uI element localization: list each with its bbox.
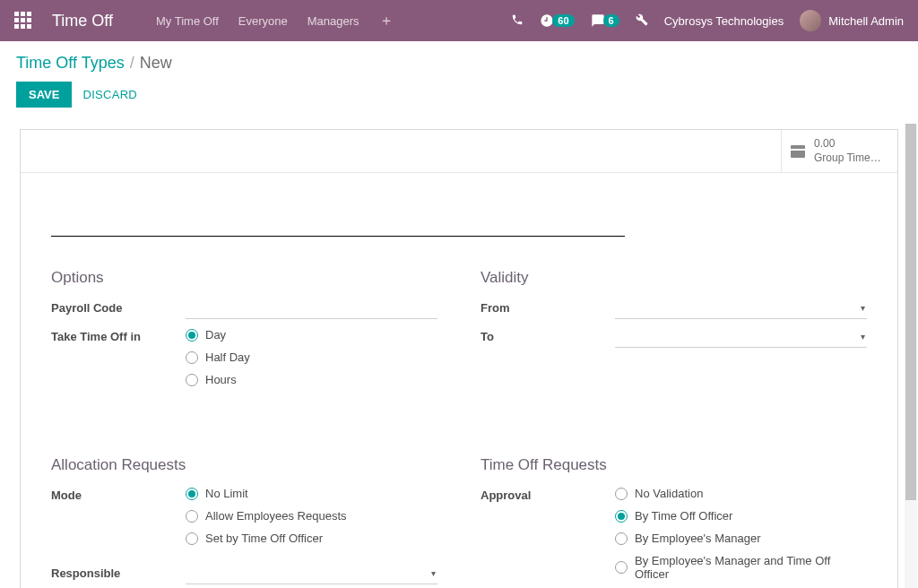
avatar [800, 10, 821, 31]
payroll-code-input[interactable] [186, 298, 437, 319]
radio-no-limit[interactable]: No Limit [186, 487, 437, 500]
validity-heading: Validity [481, 269, 867, 287]
group-allocation: Allocation Requests Mode No Limit Allow … [51, 456, 437, 588]
company-switcher[interactable]: Cybrosys Technologies [664, 14, 784, 28]
stat-value: 0.00 [814, 137, 884, 151]
topbar: Time Off My Time Off Everyone Managers ＋… [0, 0, 918, 41]
user-menu[interactable]: Mitchell Admin [800, 10, 904, 31]
activity-count: 60 [552, 14, 574, 27]
take-time-off-radios: Day Half Day Hours [186, 328, 437, 386]
name-input[interactable] [51, 198, 625, 237]
messages-badge[interactable]: 6 [591, 13, 619, 28]
radio-hours[interactable]: Hours [186, 373, 437, 386]
form-actions: SAVE DISCARD [16, 82, 902, 108]
form-sheet: 0.00 Group Time … Options Payroll Code T… [20, 129, 898, 588]
stat-group-time-off[interactable]: 0.00 Group Time … [781, 130, 897, 172]
radio-by-manager[interactable]: By Employee's Manager [615, 532, 867, 545]
allocation-heading: Allocation Requests [51, 456, 437, 474]
from-label: From [481, 298, 615, 315]
mode-radios: No Limit Allow Employees Requests Set by… [186, 487, 437, 545]
stat-label: Group Time … [814, 151, 884, 166]
responsible-input[interactable] [186, 563, 437, 584]
sheet-body: Options Payroll Code Take Time Off in Da… [21, 173, 897, 588]
apps-icon[interactable] [14, 12, 32, 30]
group-requests: Time Off Requests Approval No Validation… [481, 456, 867, 588]
form-view: 0.00 Group Time … Options Payroll Code T… [0, 124, 918, 588]
radio-allow-employees[interactable]: Allow Employees Requests [186, 509, 437, 523]
take-time-off-label: Take Time Off in [51, 326, 186, 343]
requests-heading: Time Off Requests [481, 456, 867, 474]
tools-icon[interactable] [636, 13, 648, 29]
to-input[interactable] [615, 326, 867, 348]
breadcrumb-current: New [140, 54, 172, 72]
mode-label: Mode [51, 485, 186, 502]
responsible-label: Responsible [51, 563, 186, 580]
radio-by-officer[interactable]: By Time Off Officer [615, 509, 867, 523]
to-label: To [481, 326, 615, 343]
nav-managers[interactable]: Managers [307, 14, 359, 28]
messages-count: 6 [603, 14, 619, 27]
payroll-code-label: Payroll Code [51, 298, 186, 315]
breadcrumb: Time Off Types/New [16, 54, 902, 73]
phone-icon[interactable] [511, 13, 524, 29]
sheet-header: 0.00 Group Time … [21, 130, 897, 173]
approval-label: Approval [481, 485, 615, 502]
nav-menu: My Time Off Everyone Managers ＋ [156, 12, 394, 30]
nav-my-time-off[interactable]: My Time Off [156, 14, 219, 28]
radio-no-validation[interactable]: No Validation [615, 487, 867, 500]
nav-everyone[interactable]: Everyone [238, 14, 288, 28]
plus-icon[interactable]: ＋ [379, 12, 394, 30]
from-input[interactable] [615, 298, 867, 319]
save-button[interactable]: SAVE [16, 82, 72, 108]
approval-radios: No Validation By Time Off Officer By Emp… [615, 487, 867, 581]
briefcase-icon [791, 145, 805, 158]
app-title[interactable]: Time Off [52, 12, 113, 30]
radio-half-day[interactable]: Half Day [186, 350, 437, 364]
user-name: Mitchell Admin [828, 14, 904, 28]
options-heading: Options [51, 269, 437, 287]
activity-badge[interactable]: 60 [540, 13, 574, 28]
group-validity: Validity From ▾ To ▾ [481, 269, 867, 393]
control-panel: Time Off Types/New SAVE DISCARD [0, 41, 918, 115]
discard-button[interactable]: DISCARD [82, 88, 137, 101]
topbar-right: 60 6 Cybrosys Technologies Mitchell Admi… [511, 10, 904, 31]
radio-by-both[interactable]: By Employee's Manager and Time Off Offic… [615, 554, 867, 581]
radio-set-by-officer[interactable]: Set by Time Off Officer [186, 532, 437, 545]
breadcrumb-parent[interactable]: Time Off Types [16, 54, 125, 72]
group-options: Options Payroll Code Take Time Off in Da… [51, 269, 437, 393]
radio-day[interactable]: Day [186, 328, 437, 342]
